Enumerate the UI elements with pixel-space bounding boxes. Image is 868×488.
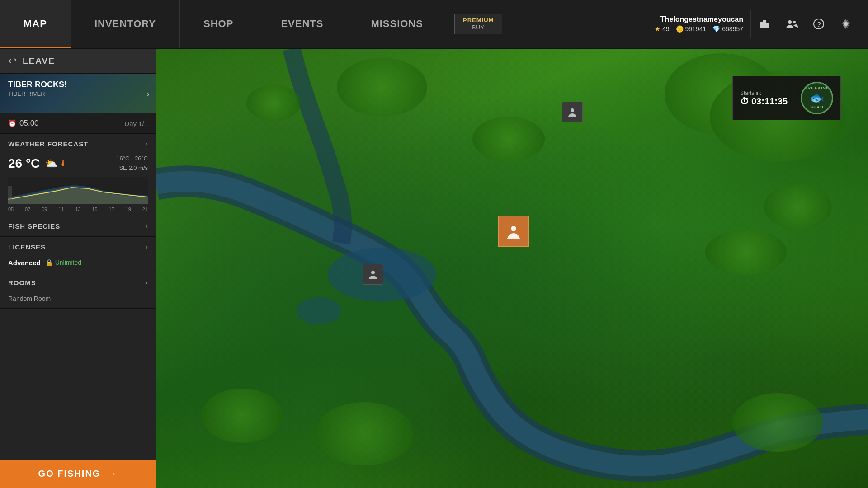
temp-range: 16°C - 26°C [116, 154, 148, 164]
player-marker-secondary[interactable] [363, 264, 383, 285]
weather-chart: 05 07 09 11 13 15 17 19 21 [8, 177, 148, 209]
fish-expand-icon: › [145, 221, 148, 231]
nav-tabs: MAP INVENTORY SHOP EVENTS MISSIONS [0, 0, 447, 48]
help-button[interactable]: ? [805, 10, 832, 38]
tab-shop[interactable]: SHOP [180, 0, 257, 48]
go-fishing-button[interactable]: GO FISHING → [0, 460, 156, 488]
weather-section: WEATHER FORECAST › 26 °C ⛅ 🌡 16°C - 26°C… [0, 134, 156, 216]
svg-rect-2 [766, 23, 769, 28]
user-coins: 🪙 991941 [676, 25, 707, 33]
fish-header[interactable]: FISH SPECIES › [0, 216, 156, 236]
rooms-title: ROOMS [8, 279, 36, 286]
player-marker-box [498, 216, 529, 247]
time-display: ⏰ 05:00 [8, 119, 39, 128]
location-card[interactable]: TIBER ROCKS! TIBER RIVER › [0, 74, 156, 113]
svg-point-4 [793, 21, 796, 23]
premium-label: PREMIUM [463, 17, 494, 24]
day-display: Day 1/1 [124, 120, 148, 127]
main-content: ↩ LEAVE TIBER ROCKS! TIBER RIVER › ⏰ 05:… [0, 49, 868, 488]
svg-point-12 [511, 226, 516, 231]
location-river: TIBER RIVER [8, 90, 148, 97]
weather-icons: ⛅ 🌡 [45, 158, 67, 169]
event-timer: ⏱ 03:11:35 [740, 96, 794, 107]
map-background: Starts in: ⏱ 03:11:35 BREAKING 🐟 SHAD [156, 49, 868, 488]
rooms-header[interactable]: ROOMS › [0, 272, 156, 293]
rooms-body: Random Room [0, 293, 156, 308]
leaderboard-button[interactable] [750, 10, 778, 38]
player-marker-pin [363, 264, 383, 285]
go-fishing-label: GO FISHING [38, 469, 101, 479]
license-status: 🔒 Unlimited [45, 259, 81, 266]
fish-section: FISH SPECIES › [0, 216, 156, 237]
licenses-header[interactable]: LICENSES › [0, 237, 156, 257]
event-badge-line1: BREAKING [804, 86, 830, 91]
buy-label: BUY [472, 24, 485, 32]
tree-cluster-1 [246, 85, 301, 121]
event-info: Starts in: ⏱ 03:11:35 [740, 90, 794, 107]
license-status-text: Unlimited [55, 259, 81, 266]
map-area: Starts in: ⏱ 03:11:35 BREAKING 🐟 SHAD [156, 49, 868, 488]
svg-text:?: ? [817, 20, 821, 28]
sidebar: ↩ LEAVE TIBER ROCKS! TIBER RIVER › ⏰ 05:… [0, 49, 156, 488]
tree-cluster-2 [337, 58, 427, 117]
weather-chart-svg [8, 177, 148, 204]
event-popup: Starts in: ⏱ 03:11:35 BREAKING 🐟 SHAD [732, 76, 841, 120]
cloud-icon: ⛅ [45, 158, 57, 169]
licenses-expand-icon: › [145, 242, 148, 252]
licenses-title: LICENSES [8, 243, 46, 251]
weather-header[interactable]: WEATHER FORECAST › [0, 134, 156, 154]
thermometer-icon: 🌡 [59, 159, 67, 168]
rooms-section: ROOMS › Random Room [0, 272, 156, 309]
event-starts-label: Starts in: [740, 90, 794, 96]
chart-labels: 05 07 09 11 13 15 17 19 21 [8, 206, 148, 212]
settings-button[interactable] [832, 10, 859, 38]
tree-cluster-6 [201, 389, 283, 443]
temperature-main: 26 °C [8, 156, 40, 171]
license-lock-icon: 🔒 [45, 259, 53, 266]
tab-events[interactable]: EVENTS [257, 0, 347, 48]
fish-title: FISH SPECIES [8, 222, 60, 230]
friends-button[interactable] [778, 10, 805, 38]
go-fishing-arrow-icon: → [108, 469, 118, 479]
licenses-body: Advanced 🔒 Unlimited [0, 257, 156, 272]
user-section: Thelongestnameyoucan ★ 49 🪙 991941 💎 668… [655, 10, 868, 38]
tree-cluster-10 [705, 230, 787, 275]
user-stats: ★ 49 🪙 991941 💎 668957 [655, 25, 743, 33]
player-marker-main[interactable] [498, 216, 529, 247]
user-gems: 💎 668957 [712, 25, 743, 33]
tab-inventory[interactable]: INVENTORY [71, 0, 180, 48]
room-name: Random Room [8, 295, 51, 302]
leave-text: LEAVE [23, 56, 55, 66]
username: Thelongestnameyoucan [660, 15, 743, 23]
license-type: Advanced [8, 259, 41, 267]
back-icon[interactable]: ↩ [8, 55, 16, 67]
license-row: Advanced 🔒 Unlimited [8, 259, 148, 267]
nav-icons: ? [750, 10, 859, 38]
time-row: ⏰ 05:00 Day 1/1 [0, 113, 156, 134]
svg-rect-9 [8, 186, 12, 204]
svg-point-13 [371, 271, 375, 274]
weather-title: WEATHER FORECAST [8, 140, 88, 148]
weather-details: 26 °C ⛅ 🌡 16°C - 26°C SE 2.0 m/s [0, 154, 156, 216]
licenses-section: LICENSES › Advanced 🔒 Unlimited [0, 237, 156, 272]
timer-icon: ⏱ [740, 96, 749, 107]
player-marker-pin-top [562, 102, 583, 122]
premium-button[interactable]: PREMIUM BUY [454, 14, 502, 34]
rooms-expand-icon: › [145, 278, 148, 287]
svg-point-14 [571, 108, 574, 112]
event-badge-line2: SHAD [804, 105, 830, 110]
weather-row: 26 °C ⛅ 🌡 16°C - 26°C SE 2.0 m/s [8, 154, 148, 173]
player-marker-top[interactable] [562, 102, 583, 122]
time-value: 05:00 [19, 119, 39, 128]
event-badge: BREAKING 🐟 SHAD [801, 82, 833, 114]
tree-cluster-7 [314, 402, 414, 465]
tab-map[interactable]: MAP [0, 0, 71, 48]
star-icon: ★ [655, 25, 660, 33]
svg-rect-1 [763, 20, 766, 28]
event-badge-fish-icon: 🐟 [804, 91, 830, 105]
event-badge-content: BREAKING 🐟 SHAD [804, 86, 830, 110]
tab-missions[interactable]: MISSIONS [347, 0, 447, 48]
tree-cluster-8 [732, 393, 823, 452]
svg-rect-0 [760, 22, 763, 28]
tree-cluster-3 [472, 117, 545, 162]
